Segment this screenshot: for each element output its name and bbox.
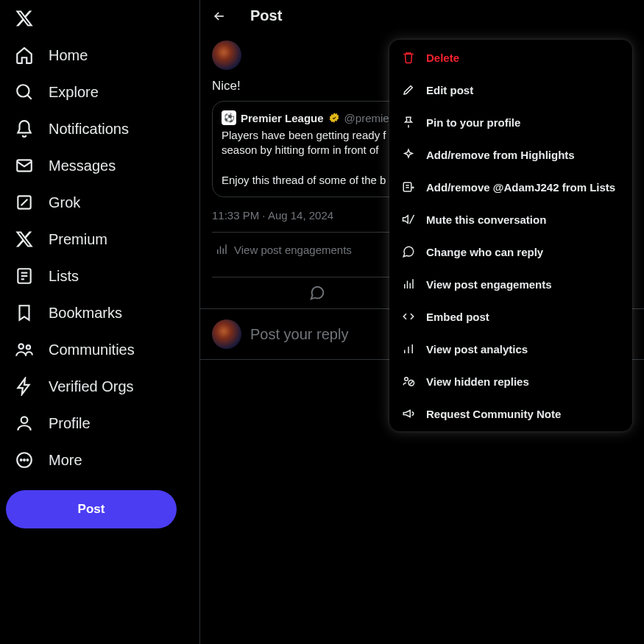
sidebar: Home Explore Notifications Messages Grok… bbox=[0, 0, 200, 644]
x-logo[interactable] bbox=[6, 3, 194, 34]
quoted-avatar: ⚽ bbox=[222, 110, 236, 125]
post-options-menu: Delete Edit post Pin to your profile Add… bbox=[389, 40, 632, 431]
quoted-handle: @premier bbox=[344, 112, 393, 124]
menu-pin[interactable]: Pin to your profile bbox=[389, 106, 632, 138]
nav-label: Explore bbox=[49, 84, 99, 101]
nav-label: Profile bbox=[49, 415, 91, 432]
trash-icon bbox=[401, 50, 416, 65]
svg-point-11 bbox=[21, 417, 28, 423]
compose-post-button[interactable]: Post bbox=[6, 490, 177, 528]
menu-analytics[interactable]: View post analytics bbox=[389, 333, 632, 365]
lightning-icon bbox=[15, 377, 34, 396]
nav-more[interactable]: More bbox=[6, 442, 194, 478]
nav-label: More bbox=[49, 452, 82, 469]
pencil-icon bbox=[401, 82, 416, 97]
sparkle-icon bbox=[401, 147, 416, 162]
menu-engagements[interactable]: View post engagements bbox=[389, 268, 632, 300]
verified-badge-icon bbox=[328, 112, 340, 124]
nav-profile[interactable]: Profile bbox=[6, 405, 194, 442]
home-icon bbox=[15, 46, 34, 65]
back-button[interactable] bbox=[212, 9, 227, 24]
menu-embed[interactable]: Embed post bbox=[389, 300, 632, 333]
reply-icon[interactable] bbox=[309, 285, 325, 301]
svg-point-13 bbox=[21, 459, 22, 461]
menu-hidden-replies[interactable]: View hidden replies bbox=[389, 365, 632, 397]
main-column: Post Nice! ⚽ Premier League @premier Pla… bbox=[200, 0, 644, 644]
nav-label: Home bbox=[49, 47, 88, 64]
nav-label: Messages bbox=[49, 158, 116, 174]
svg-point-33 bbox=[405, 378, 408, 381]
nav-label: Grok bbox=[49, 194, 80, 211]
quoted-name: Premier League bbox=[241, 112, 324, 124]
nav-explore[interactable]: Explore bbox=[6, 74, 194, 110]
page-title: Post bbox=[250, 7, 282, 24]
nav-label: Notifications bbox=[49, 121, 129, 138]
menu-mute[interactable]: Mute this conversation bbox=[389, 203, 632, 236]
person-icon bbox=[15, 414, 34, 433]
svg-point-0 bbox=[17, 85, 29, 96]
list-icon bbox=[15, 266, 34, 286]
nav-label: Premium bbox=[49, 231, 107, 248]
svg-line-25 bbox=[410, 215, 414, 224]
nav-label: Communities bbox=[49, 342, 135, 358]
more-icon bbox=[15, 450, 34, 470]
nav-verified-orgs[interactable]: Verified Orgs bbox=[6, 368, 194, 405]
megaphone-icon bbox=[401, 406, 416, 421]
self-avatar bbox=[212, 319, 241, 349]
author-avatar[interactable] bbox=[212, 40, 241, 70]
people-icon bbox=[15, 340, 34, 359]
x-icon bbox=[15, 230, 34, 249]
code-icon bbox=[401, 309, 416, 324]
nav-lists[interactable]: Lists bbox=[6, 258, 194, 294]
nav-home[interactable]: Home bbox=[6, 37, 194, 74]
svg-line-35 bbox=[410, 381, 414, 385]
nav-grok[interactable]: Grok bbox=[6, 184, 194, 221]
grok-icon bbox=[15, 193, 34, 212]
svg-point-15 bbox=[26, 459, 28, 461]
svg-point-10 bbox=[26, 345, 30, 349]
nav-label: Bookmarks bbox=[49, 305, 122, 322]
svg-line-1 bbox=[27, 95, 31, 99]
search-icon bbox=[15, 82, 34, 102]
nav-communities[interactable]: Communities bbox=[6, 331, 194, 368]
nav-premium[interactable]: Premium bbox=[6, 221, 194, 258]
bars-icon bbox=[401, 277, 416, 291]
menu-highlights[interactable]: Add/remove from Highlights bbox=[389, 138, 632, 171]
nav-label: Verified Orgs bbox=[49, 378, 134, 395]
menu-reply-settings[interactable]: Change who can reply bbox=[389, 236, 632, 268]
bookmark-icon bbox=[15, 303, 34, 322]
hidden-icon bbox=[401, 374, 416, 389]
svg-line-4 bbox=[21, 199, 28, 206]
menu-community-note[interactable]: Request Community Note bbox=[389, 397, 632, 430]
reply-placeholder: Post your reply bbox=[250, 326, 348, 343]
nav-bookmarks[interactable]: Bookmarks bbox=[6, 294, 194, 331]
svg-point-9 bbox=[18, 344, 24, 349]
menu-delete[interactable]: Delete bbox=[389, 41, 632, 74]
nav-label: Lists bbox=[49, 268, 79, 285]
nav-notifications[interactable]: Notifications bbox=[6, 110, 194, 147]
mute-icon bbox=[401, 212, 416, 227]
menu-lists[interactable]: Add/remove @AdamJ242 from Lists bbox=[389, 171, 632, 203]
chat-icon bbox=[401, 244, 416, 259]
list-add-icon bbox=[401, 180, 416, 194]
bell-icon bbox=[15, 119, 34, 138]
mail-icon bbox=[15, 156, 34, 175]
svg-point-14 bbox=[24, 459, 25, 461]
menu-edit[interactable]: Edit post bbox=[389, 74, 632, 106]
pin-icon bbox=[401, 115, 416, 130]
analytics-icon bbox=[401, 342, 416, 356]
nav-messages[interactable]: Messages bbox=[6, 147, 194, 184]
page-header: Post bbox=[200, 0, 644, 32]
